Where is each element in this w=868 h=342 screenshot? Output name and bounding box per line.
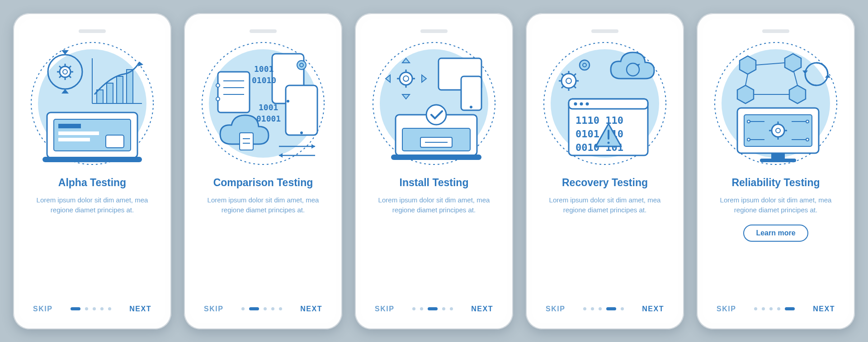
dot[interactable] <box>777 307 780 310</box>
dot[interactable] <box>442 307 445 310</box>
svg-rect-100 <box>760 159 796 162</box>
phone-mockup: Reliability Testing Lorem ipsum dolor si… <box>697 13 855 329</box>
dot[interactable] <box>428 307 438 310</box>
dot[interactable] <box>249 307 259 310</box>
onboarding-screen: Alpha Testing Lorem ipsum dolor sit dim … <box>19 19 165 323</box>
svg-point-110 <box>747 138 750 141</box>
dot[interactable] <box>591 307 594 310</box>
page-indicator <box>754 307 795 310</box>
dot[interactable] <box>108 307 111 310</box>
next-button[interactable]: NEXT <box>300 305 322 313</box>
phone-mockup: 1110 110 0101 010 0010 101 Recovery Test… <box>526 13 684 329</box>
page-indicator <box>71 307 111 310</box>
skip-button[interactable]: SKIP <box>33 305 52 313</box>
svg-point-85 <box>586 102 589 105</box>
svg-rect-24 <box>117 76 123 103</box>
dot[interactable] <box>599 307 602 310</box>
skip-button[interactable]: SKIP <box>717 305 736 313</box>
phone-mockup: 1001 01010 1001 01001 Comparison Testing… <box>184 13 342 329</box>
svg-rect-34 <box>218 72 250 112</box>
learn-more-button[interactable]: Learn more <box>743 225 808 242</box>
phone-speaker <box>250 29 277 33</box>
svg-point-90 <box>608 141 610 144</box>
svg-rect-44 <box>240 133 253 150</box>
phone-speaker <box>79 29 106 33</box>
nav-bar: SKIP NEXT <box>361 305 507 313</box>
svg-point-78 <box>580 60 590 70</box>
phone-speaker <box>762 29 789 33</box>
svg-rect-7 <box>58 138 90 141</box>
svg-point-59 <box>470 106 472 108</box>
recovery-testing-icon: 1110 110 0101 010 0010 101 <box>542 40 668 167</box>
dot[interactable] <box>85 307 88 310</box>
screen-title: Recovery Testing <box>562 177 648 189</box>
skip-button[interactable]: SKIP <box>204 305 223 313</box>
reliability-testing-icon <box>712 40 839 167</box>
screen-title: Reliability Testing <box>731 177 820 189</box>
next-button[interactable]: NEXT <box>642 305 664 313</box>
onboarding-screen: 1001 01010 1001 01001 Comparison Testing… <box>190 19 336 323</box>
dot[interactable] <box>100 307 104 310</box>
dot[interactable] <box>93 307 96 310</box>
screen-description: Lorem ipsum dolor sit dim amet, mea regi… <box>375 195 493 216</box>
svg-rect-23 <box>107 83 113 103</box>
svg-point-114 <box>806 138 809 141</box>
skip-button[interactable]: SKIP <box>375 305 394 313</box>
svg-rect-22 <box>97 90 103 103</box>
nav-bar: SKIP NEXT <box>703 305 849 313</box>
onboarding-screen: Install Testing Lorem ipsum dolor sit di… <box>361 19 507 323</box>
svg-point-65 <box>426 105 446 125</box>
svg-point-32 <box>297 61 306 70</box>
svg-text:01010: 01010 <box>252 75 276 85</box>
svg-rect-8 <box>106 135 124 148</box>
page-indicator <box>583 307 624 310</box>
svg-text:1001: 1001 <box>254 64 274 74</box>
install-testing-icon <box>371 40 497 167</box>
svg-text:01001: 01001 <box>256 114 281 123</box>
svg-point-101 <box>772 124 784 137</box>
svg-point-38 <box>216 84 220 87</box>
svg-point-84 <box>580 102 583 105</box>
svg-rect-29 <box>286 85 317 135</box>
next-button[interactable]: NEXT <box>129 305 151 313</box>
phone-speaker <box>420 29 448 33</box>
dot[interactable] <box>264 307 267 310</box>
dot[interactable] <box>606 307 616 310</box>
next-button[interactable]: NEXT <box>813 305 835 313</box>
svg-rect-25 <box>127 70 133 103</box>
next-button[interactable]: NEXT <box>471 305 493 313</box>
nav-bar: SKIP NEXT <box>19 305 165 313</box>
comparison-testing-icon: 1001 01010 1001 01001 <box>200 40 326 167</box>
svg-rect-62 <box>391 155 481 160</box>
dot[interactable] <box>621 307 624 310</box>
dot[interactable] <box>71 307 80 310</box>
screen-description: Lorem ipsum dolor sit dim amet, mea regi… <box>33 195 151 216</box>
dot[interactable] <box>450 307 453 310</box>
svg-point-31 <box>300 131 303 134</box>
dot[interactable] <box>762 307 765 310</box>
phone-mockup: Install Testing Lorem ipsum dolor sit di… <box>355 13 513 329</box>
phone-speaker <box>591 29 618 33</box>
dot[interactable] <box>754 307 757 310</box>
dot[interactable] <box>412 307 415 310</box>
svg-point-39 <box>216 97 220 101</box>
screen-description: Lorem ipsum dolor sit dim amet, mea regi… <box>717 195 835 216</box>
dot[interactable] <box>785 307 795 310</box>
svg-rect-5 <box>58 124 81 128</box>
alpha-testing-icon <box>29 40 156 167</box>
screen-title: Alpha Testing <box>58 177 126 189</box>
svg-text:1110 110: 1110 110 <box>576 115 623 126</box>
dot[interactable] <box>241 307 245 310</box>
onboarding-screen: 1110 110 0101 010 0010 101 Recovery Test… <box>532 19 678 323</box>
dot[interactable] <box>271 307 274 310</box>
dot[interactable] <box>769 307 773 310</box>
svg-point-68 <box>561 74 576 88</box>
skip-button[interactable]: SKIP <box>546 305 565 313</box>
svg-rect-99 <box>771 153 785 159</box>
svg-point-51 <box>400 72 412 85</box>
svg-rect-6 <box>58 131 99 135</box>
dot[interactable] <box>279 307 282 310</box>
svg-rect-58 <box>461 76 481 110</box>
dot[interactable] <box>583 307 586 310</box>
dot[interactable] <box>420 307 423 310</box>
